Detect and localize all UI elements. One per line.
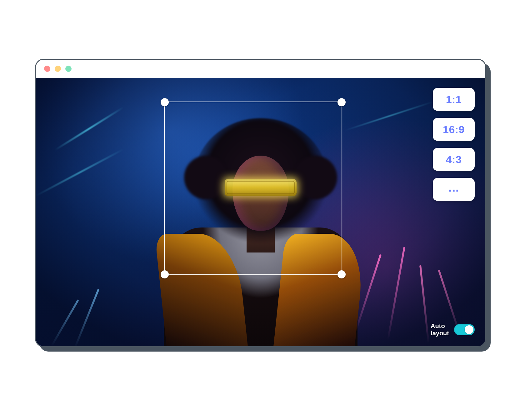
crop-handle-top-left[interactable] — [161, 98, 169, 106]
auto-layout-control: Auto layout — [431, 322, 475, 337]
aspect-ratio-1-1[interactable]: 1:1 — [433, 88, 475, 111]
window-minimize-button[interactable] — [55, 66, 61, 72]
crop-frame[interactable] — [164, 102, 342, 275]
decor-spike — [51, 299, 79, 346]
decor-spike — [387, 247, 405, 339]
window-titlebar — [36, 60, 485, 78]
crop-handle-bottom-left[interactable] — [161, 270, 169, 278]
decor-spike — [74, 289, 99, 346]
auto-layout-toggle[interactable] — [454, 324, 475, 335]
aspect-ratio-panel: 1:1 16:9 4:3 ... — [433, 88, 475, 201]
decor-streak — [36, 148, 124, 197]
crop-handle-bottom-right[interactable] — [338, 270, 346, 278]
aspect-ratio-4-3[interactable]: 4:3 — [433, 148, 475, 171]
app-window: 1:1 16:9 4:3 ... Auto layout — [35, 59, 486, 347]
auto-layout-label: Auto layout — [431, 322, 449, 337]
decor-spike — [419, 265, 429, 343]
decor-streak — [54, 107, 124, 151]
toggle-knob — [465, 325, 473, 334]
window-zoom-button[interactable] — [65, 66, 72, 72]
image-canvas[interactable]: 1:1 16:9 4:3 ... Auto layout — [36, 78, 485, 346]
window-close-button[interactable] — [44, 66, 50, 72]
crop-handle-top-right[interactable] — [338, 98, 346, 106]
aspect-ratio-16-9[interactable]: 16:9 — [433, 118, 475, 141]
aspect-ratio-more[interactable]: ... — [433, 178, 475, 201]
